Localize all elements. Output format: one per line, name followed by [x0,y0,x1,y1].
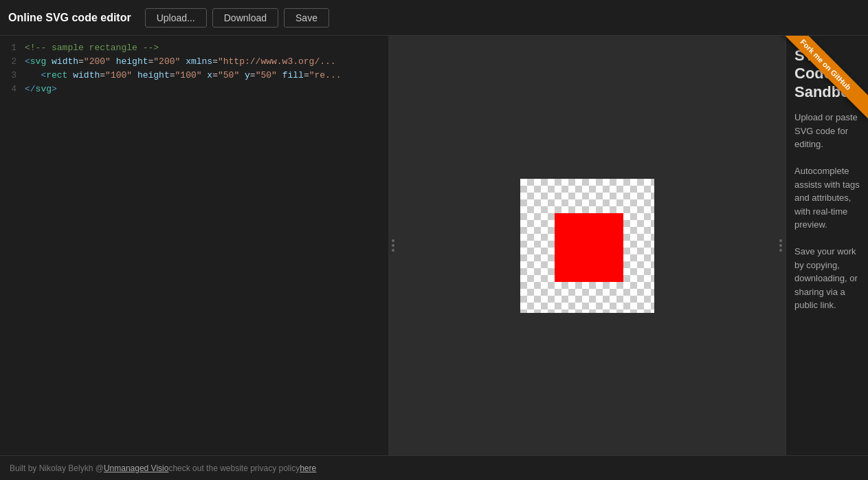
footer-text2: check out the website privacy policy [168,463,300,473]
code-content: <!-- sample rectangle --> [25,41,159,55]
code-editor[interactable]: 1<!-- sample rectangle -->2<svg width="2… [0,36,388,455]
line-number: 3 [0,69,25,83]
vertical-divider[interactable] [388,36,398,455]
footer-visio-link[interactable]: Unmanaged Visio [104,463,169,473]
svg-rect-0 [555,213,623,282]
code-content: <svg width="200" height="200" xmlns="htt… [25,55,336,69]
line-number: 2 [0,55,25,69]
editor-panel: 1<!-- sample rectangle -->2<svg width="2… [0,36,388,455]
sidebar-divider[interactable] [776,36,786,455]
svg-preview [520,179,654,313]
line-number: 1 [0,41,25,55]
code-line: 3 <rect width="100" height="100" x="50" … [0,69,388,83]
line-number: 4 [0,83,25,96]
header: Online SVG code editor Upload... Downloa… [0,0,868,36]
main-content: Fork me on GitHub 1<!-- sample rectangle… [0,36,868,455]
code-line: 1<!-- sample rectangle --> [0,41,388,55]
sidebar-desc1: Upload or paste SVG code for editing. Au… [794,111,860,312]
footer: Built by Nikolay Belykh @ Unmanaged Visi… [0,455,868,480]
divider-dots [392,239,394,252]
code-line: 2<svg width="200" height="200" xmlns="ht… [0,55,388,69]
upload-button[interactable]: Upload... [145,8,207,28]
save-button[interactable]: Save [284,8,329,28]
footer-text: Built by Nikolay Belykh @ [10,463,104,473]
preview-panel [398,36,776,455]
footer-policy-link[interactable]: here [300,463,316,473]
sidebar-divider-dots [779,239,782,252]
code-content: </svg> [25,83,57,96]
download-button[interactable]: Download [212,8,278,28]
app-title: Online SVG code editor [8,12,131,24]
code-content: <rect width="100" height="100" x="50" y=… [25,69,342,83]
code-line: 4</svg> [0,83,388,96]
